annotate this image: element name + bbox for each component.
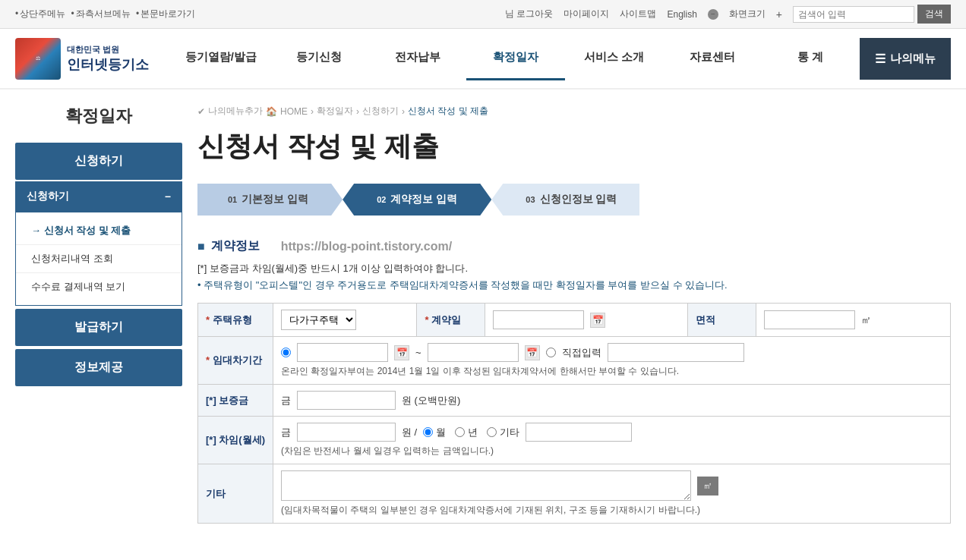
rent-monthly-radio[interactable] bbox=[423, 427, 433, 437]
deposit-input[interactable] bbox=[297, 391, 396, 410]
notice-2: • 주택유형이 "오피스텔"인 경우 주거용도로 주택임대차계약증서를 작성했을… bbox=[197, 278, 951, 292]
area-input[interactable] bbox=[764, 310, 855, 329]
notice-2-text: • 주택유형이 "오피스텔"인 경우 주거용도로 주택임대차계약증서를 작성했을… bbox=[197, 278, 728, 292]
main-nav: 등기열람/발급 등기신청 전자납부 확정일자 서비스 소개 자료센터 통 계 ☰… bbox=[172, 36, 951, 80]
rent-label: [*] 차임(월세) bbox=[198, 417, 273, 464]
rent-other-radio[interactable] bbox=[487, 427, 497, 437]
lease-direct-radio[interactable] bbox=[546, 348, 556, 357]
my-menu-btn[interactable]: ☰ 나의메뉴 bbox=[860, 38, 951, 80]
bookmark-icon: ✔ bbox=[197, 106, 205, 117]
housing-type-cell: 다가구주택 아파트 연립다세대 단독주택 오피스텔 bbox=[273, 304, 417, 337]
rent-row: 금 원 / 월 년 bbox=[281, 423, 942, 442]
rent-yearly-radio[interactable] bbox=[455, 427, 465, 437]
sidebar: 확정일자 신청하기 신청하기 − 신청서 작성 및 제출 신청처리내역 조회 수… bbox=[15, 105, 182, 524]
mypage-link[interactable]: 마이페이지 bbox=[564, 8, 609, 20]
area-label: 면적 bbox=[688, 304, 756, 337]
rent-suffix: 원 / bbox=[402, 426, 417, 439]
breadcrumb-step1: 확정일자 bbox=[317, 105, 353, 118]
breadcrumb-sep-3: › bbox=[402, 106, 405, 117]
section-title-text: 계약정보 bbox=[211, 238, 260, 254]
nav-date[interactable]: 확정일자 bbox=[466, 36, 564, 80]
nav-data-center[interactable]: 자료센터 bbox=[663, 36, 761, 80]
nav-registry-apply[interactable]: 등기신청 bbox=[270, 36, 368, 80]
contract-date-label: 계약일 bbox=[417, 304, 485, 337]
lease-range-sep: ~ bbox=[415, 347, 421, 358]
sidebar-section-header[interactable]: 신청하기 − bbox=[16, 182, 182, 211]
watermark: https://blog-point.tistory.com/ bbox=[281, 240, 452, 253]
add-menu-link[interactable]: ✔ 나의메뉴추가 bbox=[197, 105, 263, 118]
area-unit-btn[interactable]: ㎡ bbox=[697, 477, 718, 496]
logo-emblem: ⚖ bbox=[15, 38, 61, 80]
nav-service[interactable]: 서비스 소개 bbox=[565, 36, 663, 80]
rent-period-group: 월 년 기타 bbox=[423, 426, 519, 439]
sidebar-apply-btn[interactable]: 신청하기 bbox=[15, 143, 182, 180]
sidebar-item-fee[interactable]: 수수료 결제내역 보기 bbox=[16, 275, 182, 299]
lease-start-input[interactable] bbox=[297, 343, 388, 362]
shortcut-sub-menu[interactable]: 좌측서브메뉴 bbox=[71, 8, 131, 19]
nav-stats[interactable]: 통 계 bbox=[762, 36, 860, 80]
deposit-suffix: 원 (오백만원) bbox=[402, 394, 460, 407]
rent-prefix: 금 bbox=[281, 426, 291, 439]
nav-registry-view[interactable]: 등기열람/발급 bbox=[172, 36, 270, 80]
breadcrumb-home: HOME bbox=[280, 106, 308, 117]
step-3: 03 신청인정보 입력 bbox=[491, 184, 639, 216]
rent-other-radio-item[interactable]: 기타 bbox=[487, 426, 519, 439]
english-link[interactable]: English bbox=[667, 9, 696, 20]
step-3-label: 신청인정보 입력 bbox=[540, 193, 617, 206]
lease-notice: 온라인 확정일자부여는 2014년 1월 1일 이후 작성된 임대차계약서에 한… bbox=[281, 365, 942, 378]
form-table: 주택유형 다가구주택 아파트 연립다세대 단독주택 오피스텔 계약일 bbox=[197, 303, 951, 524]
search-area: 검색 bbox=[793, 5, 951, 24]
lease-end-cal-icon[interactable]: 📅 bbox=[525, 345, 540, 360]
form-row-rent: [*] 차임(월세) 금 원 / 월 bbox=[198, 417, 951, 464]
other-cell: ㎡ (임대차목적물이 주택의 일부분인 경우 임대차계약증서에 기재된 위치, … bbox=[273, 464, 951, 524]
other-notice: (임대차목적물이 주택의 일부분인 경우 임대차계약증서에 기재된 위치, 구조… bbox=[281, 504, 942, 517]
my-menu-label: 나의메뉴 bbox=[890, 52, 936, 66]
breadcrumb-step2: 신청하기 bbox=[362, 105, 399, 118]
lease-end-input[interactable] bbox=[428, 343, 519, 362]
shortcut-content[interactable]: 본문바로가기 bbox=[136, 8, 195, 19]
sidebar-section-label: 신청하기 bbox=[27, 190, 69, 203]
notice-1: [*] 보증금과 차임(월세)중 반드시 1개 이상 입력하여야 합니다. bbox=[197, 262, 951, 275]
calendar-icon[interactable]: 📅 bbox=[590, 313, 605, 328]
step-1-num: 01 bbox=[228, 195, 237, 204]
nav-payment[interactable]: 전자납부 bbox=[368, 36, 466, 80]
lease-start-cal-icon[interactable]: 📅 bbox=[394, 345, 409, 360]
housing-type-select[interactable]: 다가구주택 아파트 연립다세대 단독주택 오피스텔 bbox=[281, 310, 356, 330]
contract-date-cell: 📅 bbox=[485, 304, 688, 337]
sidebar-item-fee-label: 수수료 결제내역 보기 bbox=[31, 281, 125, 292]
header: ⚖ 대한민국 법원 인터넷등기소 등기열람/발급 등기신청 전자납부 확정일자 … bbox=[0, 29, 966, 90]
search-input[interactable] bbox=[793, 6, 914, 23]
logout-link[interactable]: 님 로그아웃 bbox=[505, 8, 553, 20]
sidebar-apply-section: 신청하기 − 신청서 작성 및 제출 신청처리내역 조회 수수료 결제내역 보기 bbox=[15, 181, 182, 306]
other-label: 기타 bbox=[198, 464, 273, 524]
lease-period-label: 임대차기간 bbox=[198, 337, 273, 385]
nav-menu: 등기열람/발급 등기신청 전자납부 확정일자 서비스 소개 자료센터 통 계 bbox=[172, 36, 860, 80]
shortcut-main-menu[interactable]: 상단주메뉴 bbox=[15, 8, 65, 19]
contract-date-input[interactable] bbox=[493, 310, 584, 329]
sidebar-divider-2 bbox=[16, 272, 182, 273]
rent-input[interactable] bbox=[297, 423, 396, 442]
screen-increase-icon[interactable]: + bbox=[776, 8, 782, 20]
rent-monthly-radio-item[interactable]: 월 bbox=[423, 426, 446, 439]
rent-yearly-radio-item[interactable]: 년 bbox=[455, 426, 478, 439]
sidebar-info-btn[interactable]: 정보제공 bbox=[15, 349, 182, 386]
other-textarea[interactable] bbox=[281, 470, 691, 501]
rent-other-input[interactable] bbox=[526, 423, 632, 442]
lease-direct-label: 직접입력 bbox=[562, 346, 601, 360]
lease-date-radio[interactable] bbox=[281, 348, 291, 357]
sidebar-item-history[interactable]: 신청처리내역 조회 bbox=[16, 247, 182, 271]
steps: 01 기본정보 입력 02 계약정보 입력 03 신청인정보 입력 bbox=[197, 184, 951, 216]
form-row-housing: 주택유형 다가구주택 아파트 연립다세대 단독주택 오피스텔 계약일 bbox=[198, 304, 951, 337]
sidebar-issue-btn[interactable]: 발급하기 bbox=[15, 309, 182, 346]
search-button[interactable]: 검색 bbox=[917, 5, 951, 24]
shortcut-links: 상단주메뉴 좌측서브메뉴 본문바로가기 bbox=[15, 8, 198, 20]
sidebar-item-history-label: 신청처리내역 조회 bbox=[31, 253, 113, 264]
sidebar-item-write[interactable]: 신청서 작성 및 제출 bbox=[16, 219, 182, 243]
lease-direct-input[interactable] bbox=[608, 343, 744, 362]
screen-decrease-icon[interactable]: − bbox=[708, 9, 718, 20]
rent-monthly-label: 월 bbox=[436, 426, 446, 439]
logo-text: 대한민국 법원 인터넷등기소 bbox=[67, 44, 149, 74]
screen-size-link[interactable]: 화면크기 bbox=[729, 8, 766, 20]
rent-notice: (차임은 반전세나 월세 일경우 입력하는 금액입니다.) bbox=[281, 445, 942, 458]
sitemap-link[interactable]: 사이트맵 bbox=[620, 8, 656, 20]
